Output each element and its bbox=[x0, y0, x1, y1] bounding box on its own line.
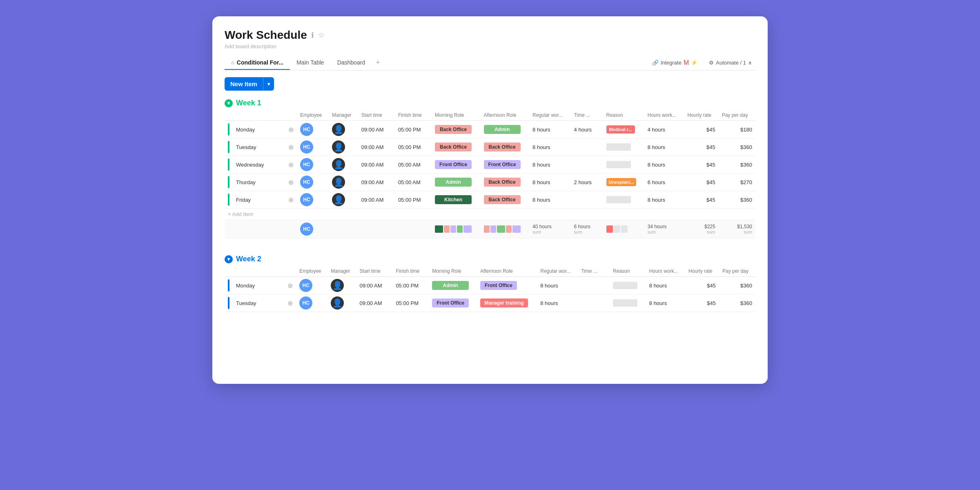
timeoff-val: 4 hours bbox=[574, 127, 592, 133]
tab-add-button[interactable]: + bbox=[372, 55, 384, 70]
start-cell: 09:00 AM bbox=[358, 138, 395, 156]
col-hoursworked-header: Hours work... bbox=[644, 110, 684, 121]
regular-hours-cell: 8 hours bbox=[529, 174, 571, 191]
hours-worked-cell: 8 hours bbox=[646, 277, 685, 294]
role-badge: Manager training bbox=[480, 298, 528, 307]
morning-role-cell[interactable]: Back Office bbox=[432, 121, 481, 138]
reason-cell: Medical r... bbox=[603, 121, 644, 138]
avatar: HC bbox=[299, 296, 312, 310]
row-indicator-cell bbox=[225, 294, 233, 312]
add-icon-cell[interactable]: ⊕ bbox=[283, 156, 297, 174]
employee-cell[interactable]: HC bbox=[297, 156, 329, 174]
morning-role-cell[interactable]: Kitchen bbox=[432, 191, 481, 209]
mini-bar-admin bbox=[457, 225, 463, 233]
employee-cell[interactable]: HC bbox=[296, 294, 327, 312]
finish-cell: 05:00 PM bbox=[392, 294, 429, 312]
add-row-icon[interactable]: ⊕ bbox=[287, 300, 293, 307]
board-description[interactable]: Add board description bbox=[225, 43, 755, 49]
col-employee-header: Employee bbox=[297, 110, 329, 121]
payday-cell: $180 bbox=[719, 121, 755, 138]
integrate-icon: 🔗 bbox=[652, 60, 659, 66]
employee-cell[interactable]: HC bbox=[297, 191, 329, 209]
reason-badge: Medical r... bbox=[606, 125, 635, 134]
regular-hours-cell: 8 hours bbox=[537, 294, 578, 312]
col-reason-header: Reason bbox=[603, 110, 644, 121]
add-item-label[interactable]: + Add Item bbox=[225, 209, 755, 220]
role-badge: Back Office bbox=[435, 143, 472, 151]
tabs-right-actions: 🔗 Integrate M ⚡ ⚙ Automate / 1 ∧ bbox=[649, 58, 755, 68]
add-row-icon[interactable]: ⊕ bbox=[288, 161, 294, 168]
timeoff-cell bbox=[571, 138, 603, 156]
afternoon-role-cell[interactable]: Manager training bbox=[477, 294, 537, 312]
day-cell: Tuesday bbox=[233, 294, 283, 312]
add-icon-cell[interactable]: ⊕ bbox=[283, 121, 297, 138]
timeoff-cell bbox=[571, 191, 603, 209]
col-start-header2: Start time bbox=[356, 266, 393, 277]
morning-role-cell[interactable]: Front Office bbox=[432, 156, 481, 174]
sum-start bbox=[358, 220, 395, 238]
add-icon-cell[interactable]: ⊕ bbox=[283, 294, 296, 312]
tab-conditional[interactable]: ⌂ Conditional For... bbox=[225, 56, 290, 70]
avatar: HC bbox=[300, 158, 313, 171]
col-payday-header2: Pay per day bbox=[719, 266, 755, 277]
mini-bar-back3 bbox=[506, 225, 512, 233]
morning-role-cell[interactable]: Admin bbox=[432, 174, 481, 191]
afternoon-role-cell[interactable]: Back Office bbox=[481, 174, 530, 191]
week2-table: Employee Manager Start time Finish time … bbox=[225, 266, 755, 312]
info-icon[interactable]: ℹ bbox=[311, 31, 314, 40]
row-indicator-cell bbox=[225, 156, 233, 174]
afternoon-role-cell[interactable]: Front Office bbox=[477, 277, 537, 294]
manager-cell: 👤 bbox=[329, 156, 358, 174]
role-badge: Front Office bbox=[432, 298, 469, 307]
automate-button[interactable]: ⚙ Automate / 1 ∧ bbox=[706, 58, 755, 67]
tab-main-table[interactable]: Main Table bbox=[290, 56, 330, 70]
reason-cell: Unexplain... bbox=[603, 174, 644, 191]
add-row-icon[interactable]: ⊕ bbox=[288, 196, 294, 203]
add-icon-cell[interactable]: ⊕ bbox=[283, 138, 297, 156]
morning-role-cell[interactable]: Admin bbox=[429, 277, 477, 294]
manager-avatar: 👤 bbox=[332, 158, 345, 171]
add-row-icon[interactable]: ⊕ bbox=[288, 144, 294, 151]
add-row-icon[interactable]: ⊕ bbox=[287, 282, 293, 289]
morning-role-cell[interactable]: Back Office bbox=[432, 138, 481, 156]
employee-cell[interactable]: HC bbox=[296, 277, 327, 294]
morning-role-cell[interactable]: Front Office bbox=[429, 294, 477, 312]
employee-cell[interactable]: HC bbox=[297, 138, 329, 156]
afternoon-role-cell[interactable]: Back Office bbox=[481, 191, 530, 209]
role-badge: Back Office bbox=[435, 125, 472, 134]
finish-cell: 05:00 PM bbox=[392, 277, 429, 294]
add-icon-cell[interactable]: ⊕ bbox=[283, 174, 297, 191]
add-icon-cell[interactable]: ⊕ bbox=[283, 277, 296, 294]
col-day bbox=[233, 110, 283, 121]
payday-cell: $360 bbox=[719, 294, 755, 312]
add-item-row[interactable]: + Add Item bbox=[225, 209, 755, 220]
employee-cell[interactable]: HC bbox=[297, 174, 329, 191]
add-row-icon[interactable]: ⊕ bbox=[288, 126, 294, 133]
sum-reason bbox=[603, 220, 644, 238]
start-cell: 09:00 AM bbox=[356, 277, 393, 294]
add-row-icon[interactable]: ⊕ bbox=[288, 179, 294, 186]
star-icon[interactable]: ☆ bbox=[318, 31, 325, 40]
manager-cell: 👤 bbox=[329, 121, 358, 138]
afternoon-role-cell[interactable]: Front Office bbox=[481, 156, 530, 174]
col-manager-header: Manager bbox=[329, 110, 358, 121]
add-icon-cell[interactable]: ⊕ bbox=[283, 191, 297, 209]
afternoon-role-cell[interactable]: Admin bbox=[481, 121, 530, 138]
day-cell: Monday bbox=[233, 277, 283, 294]
payday-cell: $360 bbox=[719, 191, 755, 209]
week2-toggle[interactable]: ▼ bbox=[225, 255, 233, 263]
manager-avatar: 👤 bbox=[332, 176, 345, 189]
tab-dashboard[interactable]: Dashboard bbox=[331, 56, 372, 70]
new-item-dropdown-arrow[interactable]: ▾ bbox=[263, 78, 274, 90]
afternoon-role-cell[interactable]: Back Office bbox=[481, 138, 530, 156]
payday-cell: $270 bbox=[719, 174, 755, 191]
week1-toggle[interactable]: ▼ bbox=[225, 99, 233, 107]
hours-worked-cell: 6 hours bbox=[644, 174, 684, 191]
col-hourly-header: Hourly rate bbox=[684, 110, 718, 121]
new-item-button[interactable]: New Item ▾ bbox=[225, 77, 274, 91]
day-cell: Wednesday bbox=[233, 156, 283, 174]
employee-cell[interactable]: HC bbox=[297, 121, 329, 138]
integrate-button[interactable]: 🔗 Integrate M ⚡ bbox=[649, 58, 701, 68]
finish-cell: 05:00 PM bbox=[395, 138, 432, 156]
col-employee-header2: Employee bbox=[296, 266, 327, 277]
